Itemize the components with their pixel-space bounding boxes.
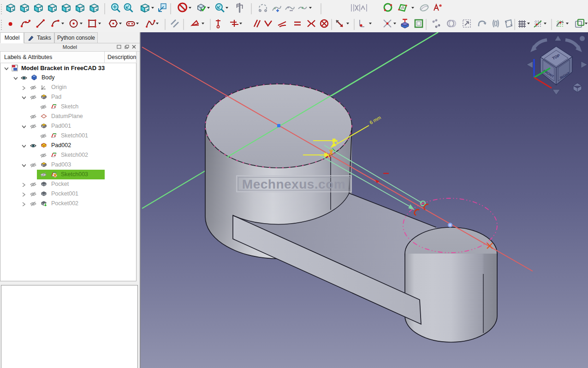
svg-text:Mechnexus.com: Mechnexus.com	[242, 177, 345, 191]
